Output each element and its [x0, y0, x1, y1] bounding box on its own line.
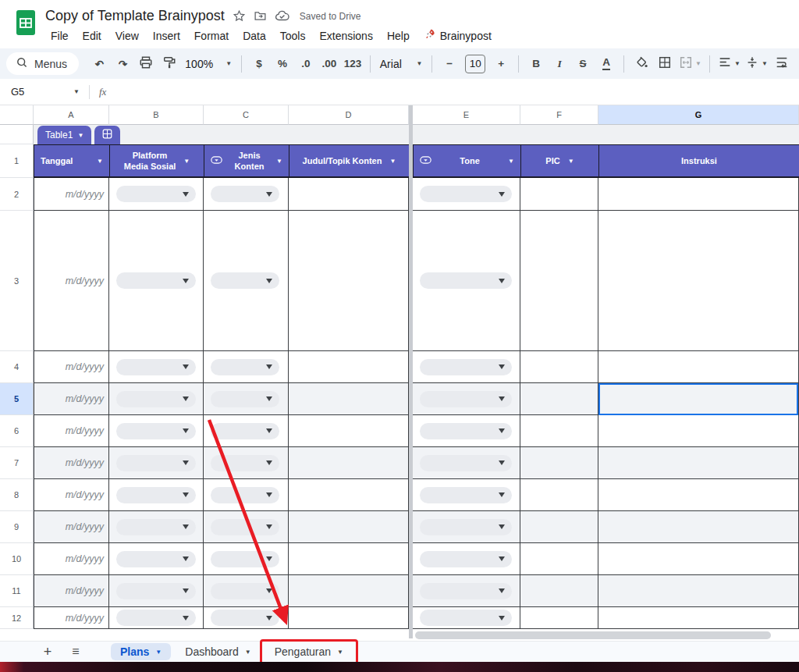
cell-G12[interactable]: [598, 607, 799, 629]
row-header-11[interactable]: 11: [0, 575, 34, 607]
cell-F9[interactable]: [520, 511, 598, 543]
dropdown-chip[interactable]: [420, 551, 512, 567]
cell-C4[interactable]: [204, 351, 289, 383]
dropdown-chip[interactable]: [116, 359, 196, 375]
dropdown-chip[interactable]: [420, 455, 512, 471]
row-header-10[interactable]: 10: [0, 543, 34, 575]
cell-E12[interactable]: [413, 607, 520, 629]
format-percent-button[interactable]: %: [272, 53, 293, 75]
cell-B2[interactable]: [109, 178, 204, 211]
cell-B10[interactable]: [109, 543, 204, 575]
cell-F3[interactable]: [520, 211, 598, 351]
cell-G9[interactable]: [598, 511, 799, 543]
sheets-logo-icon[interactable]: [16, 9, 36, 39]
cell-F10[interactable]: [520, 543, 598, 575]
dropdown-chip[interactable]: [116, 391, 196, 407]
menu-help[interactable]: Help: [382, 28, 415, 44]
dropdown-chip[interactable]: [420, 186, 512, 202]
vertical-align-button[interactable]: ▼: [744, 53, 769, 75]
row-header-12[interactable]: 12: [0, 607, 34, 629]
dropdown-chip[interactable]: [116, 423, 196, 439]
sheet-tab-dashboard[interactable]: Dashboard▼: [176, 643, 260, 660]
menu-insert[interactable]: Insert: [147, 28, 186, 44]
cell-A9[interactable]: m/d/yyyy: [34, 511, 109, 543]
dropdown-chip[interactable]: [116, 610, 196, 626]
dropdown-chip[interactable]: [116, 583, 196, 599]
dropdown-chip[interactable]: [420, 272, 512, 289]
dropdown-chip[interactable]: [211, 423, 279, 439]
zoom-select[interactable]: 100%▼: [182, 53, 235, 75]
dropdown-chip[interactable]: [211, 519, 279, 535]
star-icon[interactable]: [233, 9, 246, 23]
increase-font-size-button[interactable]: +: [490, 53, 512, 75]
cell-D10[interactable]: [289, 543, 409, 575]
cell-F8[interactable]: [520, 479, 598, 511]
cell-G11[interactable]: [598, 575, 799, 607]
cell-E9[interactable]: [413, 511, 520, 543]
dropdown-chip[interactable]: [116, 272, 196, 289]
table-header-G[interactable]: Instruksi: [598, 144, 799, 178]
cell-E7[interactable]: [413, 447, 520, 479]
menus-search[interactable]: Menus: [6, 52, 79, 75]
cell-B3[interactable]: [109, 211, 204, 351]
cell-A12[interactable]: m/d/yyyy: [34, 607, 109, 629]
dropdown-chip[interactable]: [420, 359, 512, 375]
cell-F2[interactable]: [520, 178, 598, 211]
cell-E6[interactable]: [413, 415, 520, 447]
cell-G4[interactable]: [598, 351, 799, 383]
dropdown-chip[interactable]: [116, 186, 196, 202]
cell-F12[interactable]: [520, 607, 598, 629]
cell-A3[interactable]: m/d/yyyy: [34, 211, 109, 351]
dropdown-chip[interactable]: [116, 455, 196, 471]
more-formats-button[interactable]: 123: [342, 53, 364, 75]
name-box[interactable]: G5 ▼: [11, 86, 80, 98]
dropdown-chip[interactable]: [420, 391, 512, 407]
fx-icon[interactable]: fx: [99, 86, 106, 98]
menu-tools[interactable]: Tools: [275, 28, 311, 44]
cell-D6[interactable]: [289, 415, 409, 447]
cell-B12[interactable]: [109, 607, 204, 629]
cell-A11[interactable]: m/d/yyyy: [34, 575, 109, 607]
dropdown-chip[interactable]: [420, 423, 512, 439]
table-menu-chip[interactable]: [94, 126, 120, 144]
menu-extensions[interactable]: Extensions: [314, 28, 378, 44]
dropdown-chip[interactable]: [211, 359, 279, 375]
dropdown-chip[interactable]: [116, 487, 196, 503]
column-header-A[interactable]: A: [34, 105, 109, 125]
cell-E10[interactable]: [413, 543, 520, 575]
dropdown-chip[interactable]: [420, 610, 512, 626]
print-button[interactable]: [135, 53, 157, 75]
cell-C12[interactable]: [204, 607, 289, 629]
cell-B4[interactable]: [109, 351, 204, 383]
dropdown-chip[interactable]: [211, 391, 279, 407]
cell-B6[interactable]: [109, 415, 204, 447]
cell-D8[interactable]: [289, 479, 409, 511]
cell-G8[interactable]: [598, 479, 799, 511]
table-header-E[interactable]: Tone▼: [413, 144, 520, 178]
cell-C3[interactable]: [204, 211, 289, 351]
cell-E3[interactable]: [413, 211, 520, 351]
table-header-D[interactable]: Judul/Topik Konten▼: [289, 144, 409, 178]
cell-G10[interactable]: [598, 543, 799, 575]
dropdown-chip[interactable]: [420, 519, 512, 535]
decrease-decimals-button[interactable]: .0: [295, 53, 317, 75]
redo-button[interactable]: ↷: [112, 53, 133, 75]
cell-D11[interactable]: [289, 575, 409, 607]
fill-color-button[interactable]: [630, 53, 652, 75]
cell-F5[interactable]: [520, 383, 598, 415]
row-header-3[interactable]: 3: [0, 211, 34, 351]
undo-button[interactable]: ↶: [88, 53, 110, 75]
cell-A5[interactable]: m/d/yyyy: [34, 383, 109, 415]
dropdown-chip[interactable]: [211, 487, 279, 503]
cell-A7[interactable]: m/d/yyyy: [34, 447, 109, 479]
cell-G3[interactable]: [598, 211, 799, 351]
increase-decimals-button[interactable]: .00: [318, 53, 340, 75]
dropdown-chip[interactable]: [116, 519, 196, 535]
dropdown-chip[interactable]: [420, 487, 512, 503]
cell-G2[interactable]: [598, 178, 799, 211]
cell-F6[interactable]: [520, 415, 598, 447]
row-header-5[interactable]: 5: [0, 383, 34, 415]
strikethrough-button[interactable]: S: [572, 53, 594, 75]
table-header-C[interactable]: Jenis Konten▼: [204, 144, 289, 178]
paint-format-button[interactable]: [158, 53, 180, 75]
